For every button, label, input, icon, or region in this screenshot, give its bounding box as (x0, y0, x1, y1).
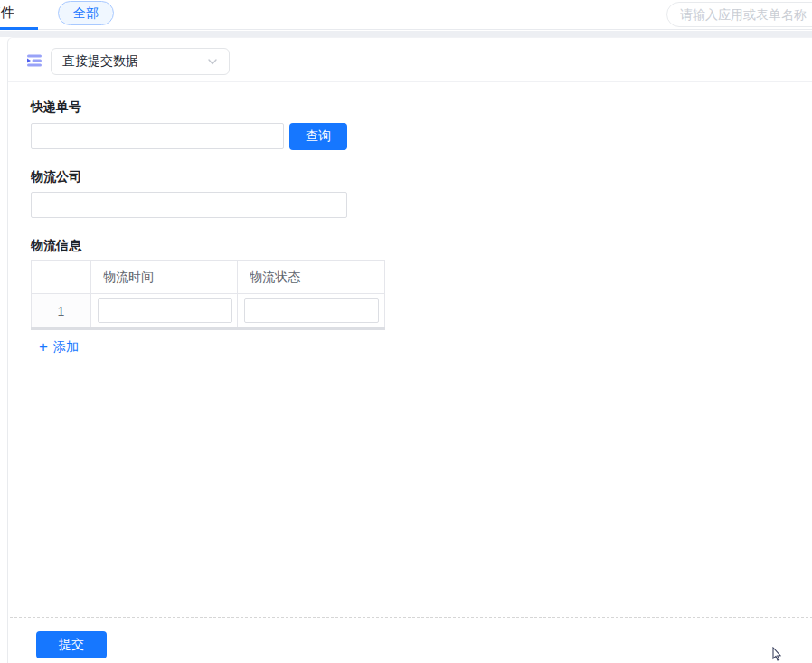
chevron-down-icon (207, 56, 218, 67)
background-strip (0, 31, 812, 37)
search-area (666, 2, 812, 29)
plus-icon: + (39, 340, 48, 355)
cell-logistics-time (91, 294, 238, 329)
header-index (32, 261, 91, 294)
footer-divider (10, 617, 812, 618)
logistics-time-input[interactable] (98, 298, 232, 323)
submit-mode-value: 直接提交数据 (62, 53, 207, 70)
filter-all-pill[interactable]: 全部 (58, 1, 114, 25)
mouse-cursor (770, 647, 783, 662)
app-window: 事件 全部 直接提交数据 快递单 (0, 0, 812, 663)
tracking-number-input[interactable] (31, 123, 284, 149)
submit-mode-dropdown[interactable]: 直接提交数据 (51, 48, 230, 75)
form-panel: 直接提交数据 快递单号 查询 物流公司 物流信息 物流时间 物流状态 1 (7, 37, 812, 663)
logistics-info-label: 物流信息 (31, 238, 81, 254)
add-row-link[interactable]: + 添加 (39, 339, 79, 355)
collapse-menu-icon[interactable] (25, 52, 43, 70)
query-button[interactable]: 查询 (289, 123, 347, 150)
submit-button[interactable]: 提交 (36, 631, 107, 658)
panel-toolbar: 直接提交数据 (8, 38, 812, 82)
tab-events[interactable]: 事件 (0, 5, 36, 24)
top-tab-bar: 事件 全部 (0, 0, 812, 30)
header-logistics-time: 物流时间 (91, 261, 238, 294)
logistics-company-input[interactable] (31, 192, 347, 218)
table-row: 1 (32, 294, 385, 329)
search-input[interactable] (666, 2, 812, 27)
add-row-label: 添加 (53, 339, 79, 355)
tab-events-label: 事件 (0, 5, 14, 22)
table-header-row: 物流时间 物流状态 (32, 261, 385, 294)
header-logistics-status: 物流状态 (238, 261, 385, 294)
active-tab-underline (0, 27, 38, 30)
logistics-info-table: 物流时间 物流状态 1 (31, 260, 385, 330)
cell-logistics-status (238, 294, 385, 329)
logistics-status-input[interactable] (244, 298, 379, 323)
row-index: 1 (32, 294, 91, 329)
tracking-number-label: 快递单号 (31, 99, 81, 116)
logistics-company-label: 物流公司 (31, 169, 81, 185)
filter-all-label: 全部 (73, 5, 99, 22)
